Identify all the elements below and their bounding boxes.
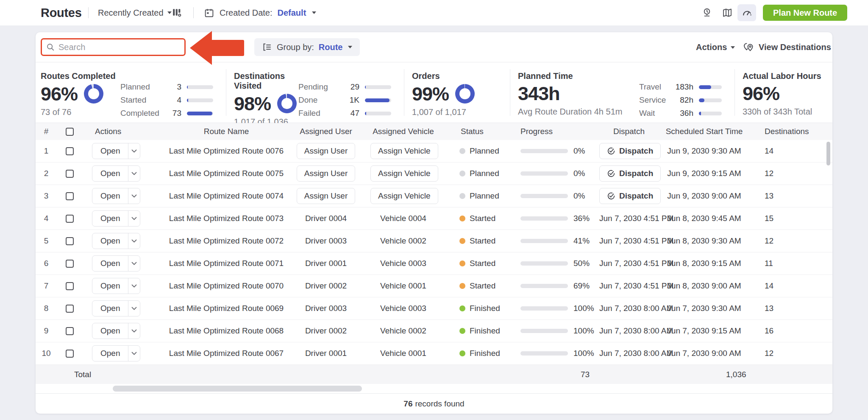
map-view-button[interactable]: [718, 4, 737, 21]
donut-chart: [84, 84, 103, 104]
open-button[interactable]: Open: [92, 211, 128, 226]
open-button[interactable]: Open: [92, 188, 128, 204]
vertical-scrollbar[interactable]: [826, 142, 830, 165]
open-caret-button[interactable]: [128, 211, 140, 226]
destinations-count: 13: [743, 304, 832, 313]
status-label: Started: [470, 214, 495, 223]
gauge-icon: [741, 7, 753, 19]
assign-vehicle-button[interactable]: Assign Vehicle: [370, 143, 438, 159]
chevron-down-icon: [131, 262, 137, 265]
assigned-vehicle-text: Vehicle 0003: [380, 259, 426, 268]
route-name: Last Mile Optimized Route 0074: [150, 191, 290, 201]
total-destinations: 1,036: [705, 370, 746, 379]
destinations-pins-icon: [743, 42, 754, 53]
legend-value: 3: [164, 82, 181, 92]
chevron-down-icon: [348, 46, 352, 48]
open-caret-button[interactable]: [128, 346, 140, 361]
row-checkbox[interactable]: [66, 350, 74, 358]
col-header-status: Status: [436, 127, 500, 136]
open-split-button: Open: [92, 255, 140, 272]
progress-label: 69%: [573, 281, 590, 291]
row-checkbox[interactable]: [66, 282, 74, 290]
open-button[interactable]: Open: [92, 256, 128, 271]
view-destinations-button[interactable]: View Destinations: [743, 32, 831, 62]
history-clock-button[interactable]: [698, 4, 716, 21]
row-number: 9: [36, 326, 57, 336]
status-label: Finished: [470, 326, 500, 336]
open-button[interactable]: Open: [92, 301, 128, 316]
open-button[interactable]: Open: [92, 346, 128, 361]
assigned-vehicle-text: Vehicle 0003: [380, 304, 426, 313]
assigned-vehicle-text: Vehicle 0001: [380, 349, 426, 358]
legend-label: Failed: [298, 109, 342, 118]
actions-dropdown[interactable]: Actions: [696, 32, 735, 62]
row-checkbox[interactable]: [66, 170, 74, 178]
stat-percent: 96%: [743, 84, 779, 103]
assign-vehicle-button[interactable]: Assign Vehicle: [370, 188, 438, 204]
chevron-down-icon: [731, 46, 735, 49]
open-caret-button[interactable]: [128, 188, 140, 204]
legend-label: Done: [298, 95, 342, 105]
page-title: Routes: [41, 0, 82, 25]
open-caret-button[interactable]: [128, 323, 140, 339]
open-caret-button[interactable]: [128, 278, 140, 294]
open-caret-button[interactable]: [128, 143, 140, 159]
progress-bar: [520, 194, 568, 198]
dashboard-gauge-button[interactable]: [737, 4, 756, 21]
progress-label: 50%: [573, 259, 590, 268]
assign-user-button[interactable]: Assign User: [297, 143, 355, 159]
open-caret-button[interactable]: [128, 233, 140, 249]
row-checkbox[interactable]: [66, 215, 74, 223]
dispatch-button[interactable]: Dispatch: [599, 188, 661, 204]
legend-value: 1K: [342, 95, 359, 105]
row-checkbox[interactable]: [66, 237, 74, 245]
route-name: Last Mile Optimized Route 0068: [150, 326, 290, 336]
customize-columns-button[interactable]: [171, 0, 183, 25]
dispatch-button[interactable]: Dispatch: [599, 165, 661, 182]
dispatch-button[interactable]: Dispatch: [599, 143, 661, 159]
progress-bar: [520, 216, 568, 221]
plan-new-route-button[interactable]: Plan New Route: [763, 5, 847, 21]
search-input[interactable]: [58, 42, 180, 52]
horizontal-scrollbar[interactable]: [113, 386, 362, 392]
legend-label: Pending: [298, 82, 342, 92]
open-caret-button[interactable]: [128, 166, 140, 181]
status-dot: [459, 328, 465, 334]
open-button[interactable]: Open: [92, 278, 128, 294]
open-caret-button[interactable]: [128, 256, 140, 271]
annotation-arrow: [190, 31, 212, 65]
row-checkbox[interactable]: [66, 147, 74, 155]
divider: [88, 7, 89, 18]
group-by-dropdown[interactable]: Group by:Route: [254, 38, 360, 56]
sort-dropdown[interactable]: Recently Created: [98, 0, 172, 25]
calendar-icon: [204, 8, 214, 18]
col-header-num: #: [36, 127, 57, 136]
records-found: 76 records found: [36, 393, 832, 414]
open-button[interactable]: Open: [92, 143, 128, 159]
assign-user-button[interactable]: Assign User: [297, 188, 355, 204]
status-dot: [459, 171, 465, 176]
row-checkbox[interactable]: [66, 260, 74, 268]
open-button[interactable]: Open: [92, 233, 128, 249]
row-checkbox[interactable]: [66, 305, 74, 313]
progress-bar: [520, 239, 568, 243]
chevron-down-icon: [131, 352, 137, 355]
open-split-button: Open: [92, 233, 140, 249]
scheduled-start-time: Jun 8, 2030 9:45 AM: [659, 214, 743, 223]
row-checkbox[interactable]: [66, 327, 74, 335]
chevron-down-icon: [131, 307, 137, 310]
legend-bar: [365, 85, 391, 89]
chevron-down-icon: [131, 194, 137, 198]
created-date-filter[interactable]: Created Date:Default: [204, 0, 316, 25]
stat-percent: 98%: [234, 94, 271, 113]
row-checkbox[interactable]: [66, 192, 74, 200]
open-caret-button[interactable]: [128, 301, 140, 316]
open-button[interactable]: Open: [92, 323, 128, 339]
routes-page: Routes Recently Created Created Date:Def…: [0, 0, 868, 420]
assign-vehicle-button[interactable]: Assign Vehicle: [370, 165, 438, 182]
progress-label: 0%: [573, 169, 585, 178]
assign-user-button[interactable]: Assign User: [297, 165, 355, 182]
stat-subtitle: 1,007 of 1,017: [412, 107, 475, 117]
open-button[interactable]: Open: [92, 166, 128, 181]
select-all-checkbox[interactable]: [66, 128, 74, 136]
